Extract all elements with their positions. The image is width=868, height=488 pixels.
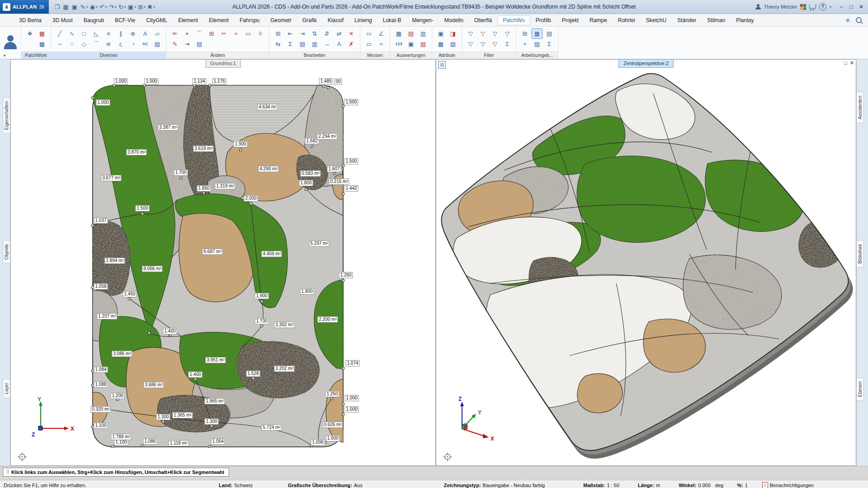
tool-icon[interactable]: ≡ bbox=[103, 28, 114, 39]
settings-gear-icon[interactable]: ✳ bbox=[845, 17, 850, 24]
tool-icon[interactable]: ▤ bbox=[544, 28, 555, 39]
caret-icon[interactable]: ▾ bbox=[144, 5, 146, 9]
menu-item-element[interactable]: Element bbox=[203, 15, 234, 25]
status-field[interactable]: Zeichnungstyp:Baueingabe - Neubau farbig bbox=[444, 483, 545, 488]
tools-icon[interactable]: ✖ bbox=[146, 4, 154, 10]
viewport-info-icon[interactable]: ▤ bbox=[438, 61, 446, 69]
tool-icon[interactable]: ◇ bbox=[79, 39, 90, 49]
tool-icon[interactable]: ▽ bbox=[477, 39, 488, 49]
caret-icon[interactable]: ▾ bbox=[134, 5, 136, 9]
status-field[interactable]: deg bbox=[715, 483, 723, 488]
tool-icon[interactable]: ▨ bbox=[532, 39, 542, 49]
caret-icon[interactable]: ▾ bbox=[86, 5, 88, 9]
tool-icon[interactable]: + bbox=[519, 39, 530, 49]
image-icon[interactable]: ▣ bbox=[127, 4, 135, 10]
viewport-close-icon[interactable]: ✕ bbox=[850, 60, 854, 66]
menu-item-linieng[interactable]: Linieng bbox=[349, 15, 377, 25]
tool-icon[interactable]: ∥ bbox=[115, 28, 126, 39]
tool-icon[interactable]: ▩ bbox=[435, 39, 446, 49]
tool-icon[interactable]: ▽ bbox=[490, 28, 500, 39]
status-field[interactable]: Winkel:0.000 bbox=[679, 483, 711, 488]
menu-item-fahrspu[interactable]: Fahrspu bbox=[234, 15, 265, 25]
menu-item-3d-bema[interactable]: 3D Bema bbox=[14, 15, 47, 25]
tool-icon[interactable]: ▽ bbox=[465, 28, 476, 39]
viewport-plan-tab[interactable]: Grundriss:1 bbox=[205, 59, 241, 68]
menu-item-baugrub[interactable]: Baugrub bbox=[78, 15, 109, 25]
refresh-icon[interactable]: ↻ bbox=[117, 4, 125, 10]
tool-icon[interactable]: ▥ bbox=[418, 28, 429, 39]
tool-icon[interactable]: ◊ bbox=[255, 28, 266, 39]
minimize-button[interactable]: ‒ bbox=[837, 4, 845, 10]
tool-icon[interactable]: ╱ bbox=[54, 28, 65, 39]
viewport-perspective-tab[interactable]: Zentralperspektive:2 bbox=[618, 59, 674, 68]
tool-icon[interactable]: ▥ bbox=[309, 39, 320, 49]
menu-item-klassif[interactable]: Klassif bbox=[322, 15, 349, 25]
menu-item-rohrlei[interactable]: Rohrlei bbox=[613, 15, 641, 25]
tool-icon[interactable]: ▧ bbox=[448, 39, 458, 49]
tool-icon[interactable]: 123 bbox=[393, 39, 404, 49]
panel-tab-eigenschaften[interactable]: Eigenschaften bbox=[3, 97, 10, 134]
status-field[interactable]: Maßstab:1 : 50 bbox=[583, 483, 619, 488]
tool-icon[interactable]: ✏ bbox=[170, 28, 180, 39]
menu-item-lokal-b[interactable]: Lokal-B bbox=[377, 15, 407, 25]
panel-tab-assistenten[interactable]: Assistenten bbox=[856, 92, 864, 123]
tool-icon[interactable]: ⇅ bbox=[309, 28, 320, 39]
patch[interactable] bbox=[93, 221, 130, 295]
menu-item-rampe[interactable]: Rampe bbox=[584, 15, 613, 25]
tool-icon[interactable]: ▣ bbox=[435, 28, 446, 39]
help-caret-icon[interactable]: ▾ bbox=[830, 5, 831, 9]
tool-icon[interactable]: ✕ bbox=[346, 28, 357, 39]
tool-icon[interactable]: ∼ bbox=[54, 39, 65, 49]
status-field[interactable]: %:1 bbox=[737, 483, 748, 488]
tool-icon[interactable]: ⊞ bbox=[273, 28, 283, 39]
tool-icon[interactable]: ▩ bbox=[37, 39, 47, 49]
caret-icon[interactable]: ▾ bbox=[124, 5, 126, 9]
caret-icon[interactable]: ▾ bbox=[105, 5, 107, 9]
avatar-caret-icon[interactable]: ▼ bbox=[3, 54, 6, 58]
tool-icon[interactable]: ▨ bbox=[418, 39, 429, 49]
menu-item-st-nder[interactable]: Ständer bbox=[672, 15, 702, 25]
view-icon[interactable]: ◉ bbox=[89, 4, 96, 10]
patch-3d[interactable] bbox=[757, 103, 815, 155]
tool-icon[interactable]: ◔ bbox=[127, 39, 138, 49]
menu-item-sketchu[interactable]: SketchU bbox=[641, 15, 672, 25]
save-icon[interactable]: ▣ bbox=[71, 4, 79, 10]
tool-icon[interactable]: ↔ bbox=[321, 39, 332, 49]
menu-item-mengen-[interactable]: Mengen- bbox=[406, 15, 439, 25]
tool-icon[interactable]: ✎ bbox=[170, 39, 180, 49]
status-field[interactable]: Grafische Überschreibung:Aus bbox=[288, 483, 363, 488]
user-icon[interactable] bbox=[755, 4, 761, 9]
palette-grid-icon[interactable] bbox=[800, 4, 806, 10]
menu-item-projekt[interactable]: Projekt bbox=[557, 15, 584, 25]
tool-icon[interactable]: ⌒ bbox=[194, 28, 205, 39]
tool-icon[interactable]: ∠ bbox=[376, 28, 387, 39]
tool-icon[interactable]: ❖ bbox=[24, 28, 35, 39]
tool-icon[interactable]: ▣ bbox=[406, 39, 416, 49]
tool-icon[interactable]: ⇄ bbox=[334, 28, 344, 39]
tool-icon[interactable]: Σ bbox=[285, 39, 296, 49]
menu-item-grafik[interactable]: Grafik bbox=[297, 15, 322, 25]
maximize-button[interactable]: □ bbox=[847, 4, 855, 10]
tool-icon[interactable]: ⊞ bbox=[519, 28, 530, 39]
tool-icon[interactable]: ▽ bbox=[502, 28, 513, 39]
tool-icon[interactable]: ▤ bbox=[406, 28, 416, 39]
panel-tab-objekte[interactable]: Objekte bbox=[3, 240, 10, 263]
tool-icon[interactable]: ▤ bbox=[297, 39, 308, 49]
shop-cart-icon[interactable] bbox=[809, 4, 816, 9]
navigation-compass-icon[interactable] bbox=[17, 452, 27, 462]
menu-item-bcf-vie[interactable]: BCF-Vie bbox=[109, 15, 141, 25]
menu-item-stilman[interactable]: Stilman bbox=[702, 15, 731, 25]
tool-icon[interactable]: ▤ bbox=[194, 39, 205, 49]
tool-icon[interactable]: ▽ bbox=[465, 39, 476, 49]
open-icon[interactable]: ▦ bbox=[61, 4, 70, 10]
search-icon[interactable] bbox=[856, 17, 862, 23]
tool-icon[interactable]: ⇵ bbox=[321, 28, 332, 39]
tool-icon[interactable]: Σ bbox=[544, 39, 555, 49]
edit-icon[interactable]: ✎ bbox=[79, 4, 87, 10]
panel-tab-layer[interactable]: Layer bbox=[3, 379, 10, 398]
tool-icon[interactable]: ≈ bbox=[231, 28, 241, 39]
tool-icon[interactable]: ⇥ bbox=[297, 28, 308, 39]
redo-icon[interactable]: ↷ bbox=[108, 4, 115, 10]
tool-icon[interactable]: ◨ bbox=[448, 28, 458, 39]
status-field[interactable]: Länge:m bbox=[638, 483, 660, 488]
